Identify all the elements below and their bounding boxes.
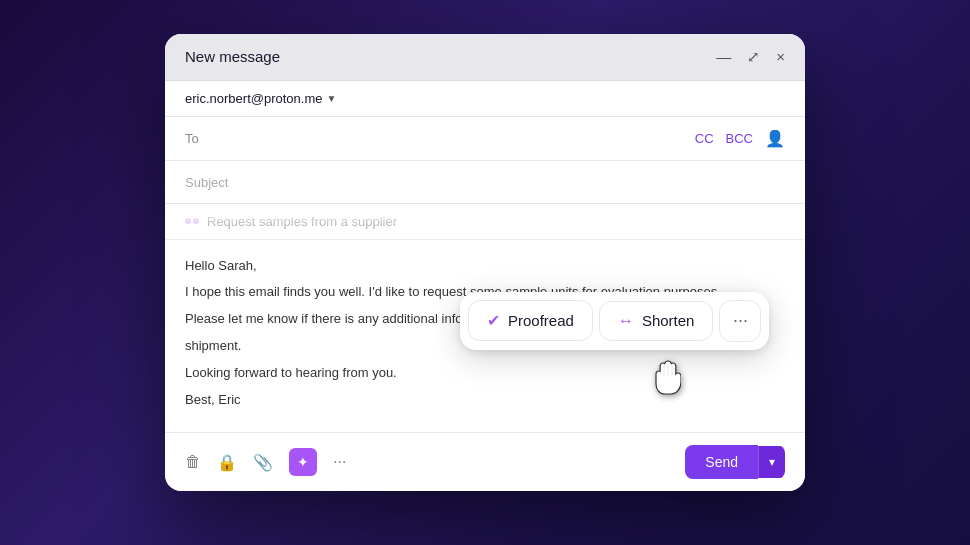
shorten-icon: ↔ [618, 312, 634, 330]
expand-button[interactable]: ⤢ [747, 48, 760, 66]
trash-icon[interactable]: 🗑 [185, 453, 201, 471]
ai-dots-icon [185, 218, 199, 224]
to-label: To [185, 131, 215, 146]
window-title: New message [185, 48, 280, 65]
email-closing2: Best, Eric [185, 390, 785, 411]
from-chevron-icon: ▼ [326, 93, 336, 104]
to-field: To CC BCC 👤 [165, 117, 805, 161]
ai-suggest-text: Request samples from a supplier [207, 214, 397, 229]
from-address-selector[interactable]: eric.norbert@proton.me ▼ [185, 91, 336, 106]
toolbar-more-button[interactable]: ··· [719, 300, 761, 342]
to-field-actions: CC BCC 👤 [695, 129, 785, 148]
close-button[interactable]: × [776, 48, 785, 65]
more-options-icon[interactable]: ··· [333, 453, 346, 471]
window-controls: — ⤢ × [716, 48, 785, 66]
ai-floating-toolbar: ✔ Proofread ↔ Shorten ··· [460, 292, 769, 350]
send-button[interactable]: Send [685, 445, 758, 479]
email-greeting: Hello Sarah, [185, 256, 785, 277]
lock-icon[interactable]: 🔒 [217, 453, 237, 472]
send-button-group: Send ▾ [685, 445, 785, 479]
proofread-label: Proofread [508, 312, 574, 329]
ai-compose-icon[interactable]: ✦ [289, 448, 317, 476]
email-compose-window: New message — ⤢ × eric.norbert@proton.me… [165, 34, 805, 492]
shorten-button[interactable]: ↔ Shorten [599, 301, 714, 341]
proofread-icon: ✔ [487, 311, 500, 330]
cc-button[interactable]: CC [695, 131, 714, 146]
email-closing1: Looking forward to hearing from you. [185, 363, 785, 384]
ai-dot-1 [185, 218, 191, 224]
proofread-button[interactable]: ✔ Proofread [468, 300, 593, 341]
to-input[interactable] [223, 131, 687, 146]
ai-dot-2 [193, 218, 199, 224]
shorten-label: Shorten [642, 312, 695, 329]
email-body: eric.norbert@proton.me ▼ To CC BCC 👤 Sub… [165, 81, 805, 492]
add-contact-icon[interactable]: 👤 [765, 129, 785, 148]
minimize-button[interactable]: — [716, 48, 731, 65]
subject-field[interactable]: Subject [165, 161, 805, 204]
from-email: eric.norbert@proton.me [185, 91, 322, 106]
bcc-button[interactable]: BCC [726, 131, 753, 146]
attach-icon[interactable]: 📎 [253, 453, 273, 472]
subject-placeholder: Subject [185, 175, 228, 190]
title-bar: New message — ⤢ × [165, 34, 805, 81]
email-footer: 🗑 🔒 📎 ✦ ··· Send ▾ [165, 432, 805, 491]
send-arrow-button[interactable]: ▾ [758, 446, 785, 478]
ai-suggest-bar[interactable]: Request samples from a supplier [165, 204, 805, 240]
from-field: eric.norbert@proton.me ▼ [165, 81, 805, 117]
